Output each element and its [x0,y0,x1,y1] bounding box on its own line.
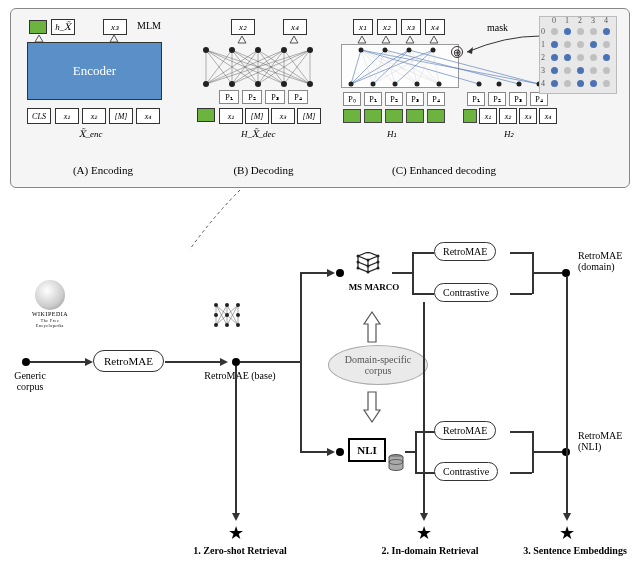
mask-cell [577,28,584,35]
mask-arrow [465,34,545,54]
wikipedia-icon: WIKIPEDIA The Free Encyclopedia [30,280,70,320]
retromae-nli-label: RetroMAE (NLI) [548,430,618,452]
mask-cell [603,54,610,61]
hollow-arrow-down-icon [362,390,382,424]
database-icon [388,454,404,472]
mask-row-label: 3 [541,66,545,75]
green-embed-b [197,108,215,122]
green-h1-2 [385,109,403,123]
svg-point-30 [203,81,209,87]
line-top-merge1 [510,252,532,254]
svg-line-57 [433,50,439,84]
caption-c: (C) Enhanced decoding [339,164,549,176]
svg-point-65 [415,82,420,87]
pipeline-flowchart: WIKIPEDIA The Free Encyclopedia Generic … [10,210,630,560]
token-x1: x₁ [55,108,79,124]
svg-point-28 [281,47,287,53]
mask-row-label: 4 [541,79,545,88]
mask-cell [551,67,558,74]
svg-point-59 [383,48,388,53]
svg-point-86 [214,323,218,327]
pos-p1: P₁ [219,90,239,104]
retromae-finetune-top: RetroMAE [434,242,496,261]
contrastive-top: Contrastive [434,283,498,302]
output-hx: h_X̃ [51,19,75,35]
output-cx1: x₁ [353,19,373,35]
svg-point-97 [377,267,380,270]
caption-b: (B) Decoding [191,164,336,176]
line-bot-split2 [415,431,417,473]
line-task3-down [566,277,568,517]
star-icon: ★ [559,522,575,544]
hollow-arrow-up-icon [362,310,382,344]
svg-point-68 [497,82,502,87]
svg-line-53 [409,50,417,84]
contrastive-bot: Contrastive [434,462,498,481]
svg-point-93 [367,259,370,262]
svg-point-62 [349,82,354,87]
wikipedia-label: WIKIPEDIA [30,311,70,317]
star-icon: ★ [228,522,244,544]
svg-point-80 [214,303,218,307]
mask-cell [564,67,571,74]
mask-cell [564,28,571,35]
svg-point-31 [229,81,235,87]
token-bm2: [M] [297,108,321,124]
attention-mask-matrix: 0011223344 [539,16,617,94]
svg-point-81 [225,303,229,307]
retromae-domain-label: RetroMAE (domain) [548,250,618,272]
svg-point-94 [377,261,380,264]
section-a-encoding: h_X̃ x₃ MLM Encoder CLS x₁ x₂ [M] x₄ X̃_… [19,14,187,159]
svg-point-82 [236,303,240,307]
output-cx3: x₃ [401,19,421,35]
svg-point-61 [431,48,436,53]
line-top-out [532,272,562,274]
token-bm1: [M] [245,108,269,124]
line-vsplit [300,272,302,452]
pos-h1-p0: P₀ [343,92,361,106]
token-h2-x3: x₃ [519,108,537,124]
line-top-split2 [412,252,414,294]
line-top-to-retro [412,252,434,254]
svg-point-60 [407,48,412,53]
mask-cell [551,54,558,61]
h1-label: H₁ [387,129,398,139]
node-generic-corpus [22,358,30,366]
mask-col-label: 3 [591,16,595,25]
nli-box: NLI [348,438,386,462]
token-bx3: x₃ [271,108,295,124]
mask-cell [603,28,610,35]
svg-point-34 [307,81,313,87]
pos-h1-p1: P₁ [364,92,382,106]
svg-point-67 [477,82,482,87]
pos-p2: P₂ [242,90,262,104]
mask-cell [551,28,558,35]
output-x4: x₄ [283,19,307,35]
task2-label: 2. In-domain Retrieval [370,545,490,556]
line-top-merge2 [510,293,532,295]
token-x2: x₂ [82,108,106,124]
svg-point-98 [367,271,370,274]
line-bot-to-contr [415,472,435,474]
line-bot-to-retro [415,431,435,433]
arrow-right-icon [220,356,230,368]
output-x2: x₂ [231,19,255,35]
line-2 [165,361,225,363]
mask-cell [564,41,571,48]
retromae-finetune-bot: RetroMAE [434,421,496,440]
msmarco-label: MS MARCO [344,282,404,292]
retromae-base-label: RetroMAE (base) [195,370,285,381]
mask-col-label: 2 [578,16,582,25]
svg-point-63 [371,82,376,87]
svg-point-91 [377,255,380,258]
svg-point-58 [359,48,364,53]
xdec-label: H_X̃_dec [241,129,275,139]
line-down-1 [235,366,237,516]
line-bot-merge1 [510,431,532,433]
node-retromae-base [232,358,240,366]
line-top-split1 [392,272,412,274]
svg-point-69 [517,82,522,87]
line-task2-down [423,302,425,517]
line-3 [240,361,300,363]
svg-point-87 [225,323,229,327]
